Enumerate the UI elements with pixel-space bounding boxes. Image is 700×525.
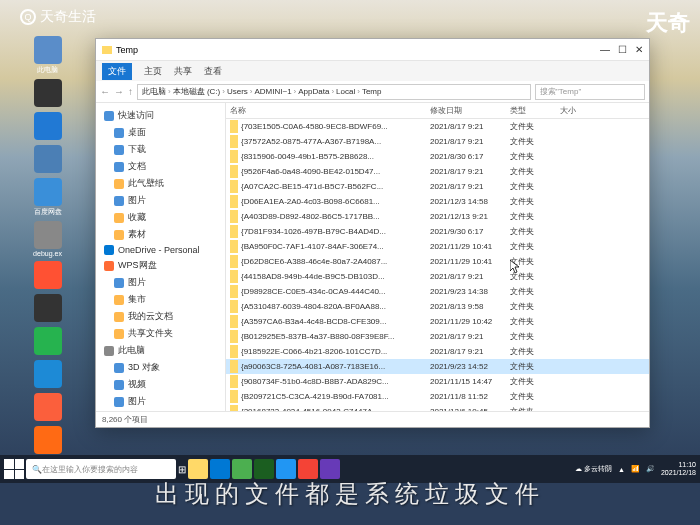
sidebar-item[interactable]: 此气壁纸 bbox=[96, 175, 225, 192]
breadcrumb-segment[interactable]: 此电脑 bbox=[142, 86, 166, 97]
taskbar-app[interactable] bbox=[254, 459, 274, 479]
tab-view[interactable]: 查看 bbox=[204, 65, 222, 78]
taskbar-search[interactable]: 🔍 在这里输入你要搜索的内容 bbox=[26, 459, 176, 479]
search-input[interactable]: 搜索"Temp" bbox=[535, 84, 645, 100]
weather[interactable]: ☁ 多云转阴 bbox=[575, 464, 612, 474]
desktop-icon[interactable] bbox=[5, 260, 90, 291]
breadcrumb-segment[interactable]: Users bbox=[227, 87, 248, 96]
maximize-button[interactable]: ☐ bbox=[618, 44, 627, 55]
breadcrumb-segment[interactable]: 本地磁盘 (C:) bbox=[173, 86, 221, 97]
file-row[interactable]: {20168723-4034-4516-8943-C7447A...2021/1… bbox=[226, 404, 649, 411]
file-row[interactable]: {37572A52-0875-477A-A367-B7198A...2021/8… bbox=[226, 134, 649, 149]
taskbar-app[interactable] bbox=[188, 459, 208, 479]
desktop-icon[interactable] bbox=[5, 425, 90, 456]
desktop-icon[interactable] bbox=[5, 78, 90, 109]
file-type: 文件夹 bbox=[506, 389, 556, 404]
file-size bbox=[556, 275, 596, 279]
sidebar-item[interactable]: 3D 对象 bbox=[96, 359, 225, 376]
file-size bbox=[556, 350, 596, 354]
up-button[interactable]: ↑ bbox=[128, 86, 133, 97]
tab-home[interactable]: 主页 bbox=[144, 65, 162, 78]
sidebar-item[interactable]: 收藏 bbox=[96, 209, 225, 226]
network-icon[interactable]: 📶 bbox=[631, 465, 640, 473]
file-date: 2021/11/15 14:47 bbox=[426, 375, 506, 388]
sidebar-item[interactable]: 共享文件夹 bbox=[96, 325, 225, 342]
file-row[interactable]: {44158AD8-949b-44de-B9C5-DB103D...2021/8… bbox=[226, 269, 649, 284]
sidebar-item[interactable]: 文档 bbox=[96, 158, 225, 175]
file-row[interactable]: {a90063C8-725A-4081-A087-7183E16...2021/… bbox=[226, 359, 649, 374]
close-button[interactable]: ✕ bbox=[635, 44, 643, 55]
sidebar-item[interactable]: 我的云文档 bbox=[96, 308, 225, 325]
sidebar-item[interactable]: 桌面 bbox=[96, 124, 225, 141]
sidebar-item[interactable]: 图片 bbox=[96, 393, 225, 410]
col-size[interactable]: 大小 bbox=[556, 103, 596, 118]
start-button[interactable] bbox=[4, 459, 24, 479]
col-date[interactable]: 修改日期 bbox=[426, 103, 506, 118]
taskbar-app[interactable] bbox=[210, 459, 230, 479]
sidebar-item[interactable]: 集市 bbox=[96, 291, 225, 308]
tab-file[interactable]: 文件 bbox=[102, 63, 132, 80]
forward-button[interactable]: → bbox=[114, 86, 124, 97]
file-row[interactable]: {9080734F-51b0-4c8D-B8B7-ADA829C...2021/… bbox=[226, 374, 649, 389]
file-row[interactable]: {A403D89-D892-4802-B6C5-1717BB...2021/12… bbox=[226, 209, 649, 224]
watermark-icon: Q bbox=[20, 9, 36, 25]
taskbar-app[interactable] bbox=[232, 459, 252, 479]
breadcrumb-segment[interactable]: Temp bbox=[362, 87, 382, 96]
sidebar-item[interactable]: 快速访问 bbox=[96, 107, 225, 124]
desktop-icon[interactable] bbox=[5, 326, 90, 357]
clock[interactable]: 11:10 2021/12/18 bbox=[661, 461, 696, 476]
sidebar-item[interactable]: 图片 bbox=[96, 192, 225, 209]
sidebar-item[interactable]: 图片 bbox=[96, 274, 225, 291]
sidebar-item[interactable]: 此电脑 bbox=[96, 342, 225, 359]
file-row[interactable]: {BA950F0C-7AF1-4107-84AF-306E74...2021/1… bbox=[226, 239, 649, 254]
sidebar-item[interactable]: 视频 bbox=[96, 376, 225, 393]
sidebar-item[interactable]: 素材 bbox=[96, 226, 225, 243]
breadcrumb-segment[interactable]: Local bbox=[336, 87, 355, 96]
taskbar-app[interactable] bbox=[276, 459, 296, 479]
desktop-icon[interactable] bbox=[5, 111, 90, 142]
file-row[interactable]: {A07CA2C-BE15-471d-B5C7-B562FC...2021/8/… bbox=[226, 179, 649, 194]
file-row[interactable]: {9526F4a6-0a48-4090-BE42-015D47...2021/8… bbox=[226, 164, 649, 179]
volume-icon[interactable]: 🔊 bbox=[646, 465, 655, 473]
folder-icon bbox=[230, 240, 238, 253]
desktop-icon[interactable]: debug.ex bbox=[5, 220, 90, 258]
file-row[interactable]: {8315906-0049-49b1-B575-2B8628...2021/8/… bbox=[226, 149, 649, 164]
sidebar-item-label: 下载 bbox=[128, 143, 146, 156]
titlebar[interactable]: Temp — ☐ ✕ bbox=[96, 39, 649, 61]
breadcrumb-segment[interactable]: ADMINI~1 bbox=[254, 87, 291, 96]
file-row[interactable]: {B012925E5-837B-4a37-B880-08F39E8F...202… bbox=[226, 329, 649, 344]
desktop-icon[interactable]: 此电脑 bbox=[5, 35, 90, 76]
back-button[interactable]: ← bbox=[100, 86, 110, 97]
taskbar-app[interactable] bbox=[320, 459, 340, 479]
file-row[interactable]: {9185922E-C066-4b21-8206-101CC7D...2021/… bbox=[226, 344, 649, 359]
file-date: 2021/12/13 9:21 bbox=[426, 210, 506, 223]
col-name[interactable]: 名称 bbox=[226, 103, 426, 118]
tray-icon[interactable]: ▲ bbox=[618, 466, 625, 473]
file-type: 文件夹 bbox=[506, 239, 556, 254]
navigation-sidebar: 快速访问桌面下载文档此气壁纸图片收藏素材OneDrive - PersonalW… bbox=[96, 103, 226, 411]
folder-icon bbox=[230, 270, 238, 283]
sidebar-item[interactable]: 下载 bbox=[96, 141, 225, 158]
minimize-button[interactable]: — bbox=[600, 44, 610, 55]
desktop-icon[interactable] bbox=[5, 144, 90, 175]
tab-share[interactable]: 共享 bbox=[174, 65, 192, 78]
taskbar-app[interactable] bbox=[298, 459, 318, 479]
file-row[interactable]: {703E1505-C0A6-4580-9EC8-BDWF69...2021/8… bbox=[226, 119, 649, 134]
breadcrumb-segment[interactable]: AppData bbox=[298, 87, 329, 96]
sidebar-item[interactable]: WPS网盘 bbox=[96, 257, 225, 274]
sidebar-item[interactable]: OneDrive - Personal bbox=[96, 243, 225, 257]
desktop-icon[interactable]: 百度网盘 bbox=[5, 177, 90, 218]
file-row[interactable]: {D98928CE-C0E5-434c-0CA9-444C40...2021/9… bbox=[226, 284, 649, 299]
file-row[interactable]: {A3597CA6-B3a4-4c48-BCD8-CFE309...2021/1… bbox=[226, 314, 649, 329]
col-type[interactable]: 类型 bbox=[506, 103, 556, 118]
desktop-icon[interactable] bbox=[5, 392, 90, 423]
desktop-icon[interactable] bbox=[5, 359, 90, 390]
breadcrumb[interactable]: 此电脑›本地磁盘 (C:)›Users›ADMINI~1›AppData›Loc… bbox=[137, 84, 531, 100]
file-row[interactable]: {B209721C5-C3CA-4219-B90d-FA7081...2021/… bbox=[226, 389, 649, 404]
file-row[interactable]: {D62D8CE6-A388-46c4e-80a7-2A4087...2021/… bbox=[226, 254, 649, 269]
file-row[interactable]: {D06EA1EA-2A0-4c03-B098-6C6681...2021/12… bbox=[226, 194, 649, 209]
task-view-button[interactable]: ⊞ bbox=[178, 464, 186, 475]
desktop-icon[interactable] bbox=[5, 293, 90, 324]
file-row[interactable]: {7D81F934-1026-497B-B79C-B4AD4D...2021/9… bbox=[226, 224, 649, 239]
file-row[interactable]: {A5310487-6039-4804-820A-BF0AA88...2021/… bbox=[226, 299, 649, 314]
